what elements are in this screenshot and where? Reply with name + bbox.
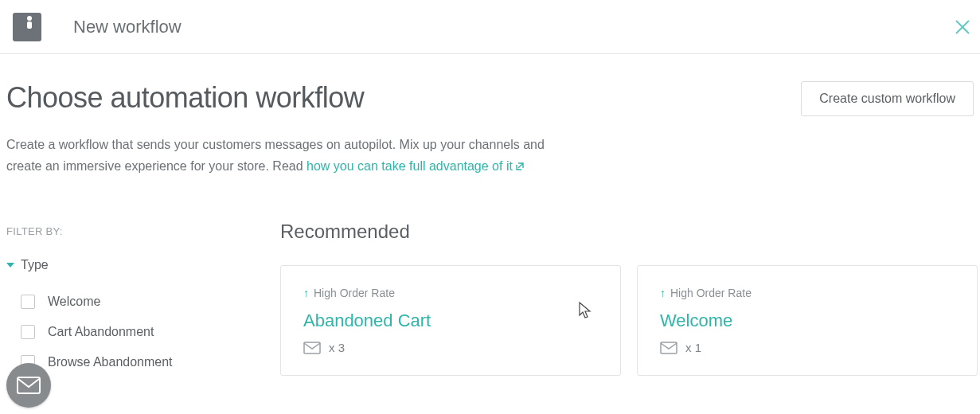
card-count: x 1 xyxy=(685,341,701,354)
svg-rect-4 xyxy=(304,342,320,353)
card-meta: x 3 xyxy=(303,341,598,354)
filter-sidebar: FILTER BY: Type Welcome Cart Abandonment xyxy=(6,225,280,377)
card-count: x 3 xyxy=(329,341,345,354)
app-logo xyxy=(13,13,41,41)
workflow-card-abandoned-cart[interactable]: ↑ High Order Rate Abandoned Cart x 3 xyxy=(280,265,621,376)
card-row: ↑ High Order Rate Abandoned Cart x 3 xyxy=(280,265,978,376)
filter-option-welcome[interactable]: Welcome xyxy=(6,287,280,317)
section-title: Recommended xyxy=(280,221,978,243)
filter-group-toggle[interactable]: Type xyxy=(6,258,280,272)
workflow-card-welcome[interactable]: ↑ High Order Rate Welcome x 1 xyxy=(637,265,978,376)
filter-option-cart-abandonment[interactable]: Cart Abandonment xyxy=(6,317,280,347)
card-badge: ↑ High Order Rate xyxy=(660,287,955,299)
filter-group-type: Type Welcome Cart Abandonment Browse Aba… xyxy=(6,258,280,377)
close-button[interactable] xyxy=(953,18,972,37)
card-badge-text: High Order Rate xyxy=(670,287,752,299)
svg-rect-6 xyxy=(18,377,40,393)
filter-by-label: FILTER BY: xyxy=(6,225,280,237)
checkbox-icon xyxy=(21,295,35,309)
topbar: New workflow xyxy=(0,0,980,54)
description-link-text: how you can take full advantage of it xyxy=(306,159,513,173)
description-link[interactable]: how you can take full advantage of it xyxy=(306,159,525,173)
filter-options: Welcome Cart Abandonment Browse Abandonm… xyxy=(6,287,280,377)
caret-down-icon xyxy=(6,263,14,268)
card-meta: x 1 xyxy=(660,341,955,354)
person-icon xyxy=(19,14,35,30)
page-body: Choose automation workflow Create custom… xyxy=(0,54,980,377)
envelope-icon xyxy=(303,342,321,354)
external-link-icon xyxy=(515,156,525,178)
card-title: Welcome xyxy=(660,310,955,331)
page-description: Create a workflow that sends your custom… xyxy=(6,134,548,178)
envelope-icon xyxy=(660,342,677,354)
page-head: Choose automation workflow Create custom… xyxy=(6,81,974,116)
svg-rect-1 xyxy=(27,21,32,29)
close-icon xyxy=(953,18,972,37)
filter-option-label: Browse Abandonment xyxy=(48,355,173,369)
svg-point-0 xyxy=(27,16,32,21)
card-badge: ↑ High Order Rate xyxy=(303,287,598,299)
arrow-up-icon: ↑ xyxy=(660,287,666,299)
filter-option-label: Cart Abandonment xyxy=(48,325,154,339)
content-row: FILTER BY: Type Welcome Cart Abandonment xyxy=(6,225,974,377)
create-custom-workflow-button[interactable]: Create custom workflow xyxy=(801,81,974,116)
envelope-icon xyxy=(17,377,41,394)
card-title: Abandoned Cart xyxy=(303,310,598,331)
support-fab[interactable] xyxy=(6,363,51,408)
page-header-title: New workflow xyxy=(73,17,182,37)
svg-rect-5 xyxy=(661,342,677,353)
page-title: Choose automation workflow xyxy=(6,81,364,115)
filter-group-name: Type xyxy=(21,258,49,272)
arrow-up-icon: ↑ xyxy=(303,287,309,299)
card-badge-text: High Order Rate xyxy=(314,287,395,299)
checkbox-icon xyxy=(21,325,35,339)
main-content: Recommended ↑ High Order Rate Abandoned … xyxy=(280,225,978,377)
filter-option-label: Welcome xyxy=(48,295,100,309)
